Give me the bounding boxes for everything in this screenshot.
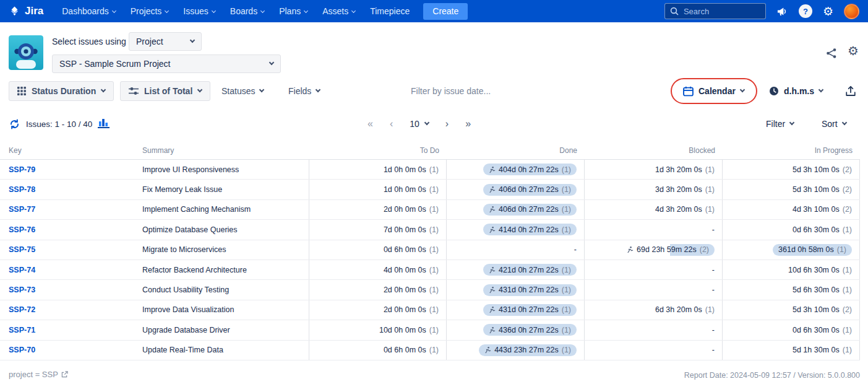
issue-count: (1)	[705, 205, 715, 214]
jira-home-link[interactable]: Jira	[9, 5, 43, 17]
todo-cell: 2d 0h 0m 0s(1)	[309, 200, 447, 219]
issue-date-filter-input[interactable]: Filter by issue date...	[411, 81, 491, 101]
calendar-dropdown[interactable]: Calendar	[683, 81, 744, 101]
chevron-down-icon	[269, 60, 274, 65]
last-page-button[interactable]: »	[465, 119, 471, 129]
summary-cell: Optimize Database Queries	[135, 220, 309, 239]
issue-source-mode-select[interactable]: Project	[129, 32, 202, 51]
page-size-value: 10	[410, 119, 419, 129]
settings-icon[interactable]: ⚙	[823, 6, 833, 17]
project-app-avatar[interactable]	[9, 35, 43, 70]
issue-count: (1)	[705, 305, 715, 314]
nav-item-projects[interactable]: Projects	[131, 6, 169, 16]
issue-key-link[interactable]: SSP-71	[9, 326, 35, 334]
duration-value: 4d 0h 0m 0s(1)	[384, 266, 439, 274]
table-row: SSP-77 Implement Caching Mechanism 2d 0h…	[0, 200, 860, 220]
summary-cell: Implement Caching Mechanism	[135, 200, 309, 219]
jql-filter-link[interactable]: project = SSP	[9, 370, 68, 379]
next-page-button[interactable]: ›	[445, 119, 449, 129]
table-row: SSP-71 Upgrade Database Driver 10d 0h 0m…	[0, 320, 860, 340]
chevron-down-icon	[304, 8, 308, 12]
column-header-summary[interactable]: Summary	[135, 141, 309, 159]
duration-text: 5d 3h 10m 0s	[793, 305, 840, 314]
duration-text: 406d 0h 27m 22s	[499, 185, 559, 194]
duration-text: 2d 0h 0m 0s	[384, 305, 426, 314]
prev-page-button[interactable]: ‹	[390, 119, 393, 129]
nav-item-timepiece[interactable]: Timepiece	[370, 6, 410, 16]
filter-dropdown[interactable]: Filter	[766, 115, 794, 133]
key-cell: SSP-76	[0, 220, 135, 239]
fields-dropdown[interactable]: Fields	[288, 81, 320, 101]
issue-key-link[interactable]: SSP-73	[9, 286, 35, 294]
nav-item-plans[interactable]: Plans	[279, 6, 307, 16]
duration-badge: 361d 0h 58m 0s(1)	[773, 244, 852, 256]
project-select[interactable]: SSP - Sample Scrum Project	[52, 55, 281, 73]
column-header-blocked[interactable]: Blocked	[585, 141, 723, 159]
nav-item-issues[interactable]: Issues	[183, 6, 215, 16]
duration-value: 3d 3h 20m 0s(1)	[655, 185, 715, 194]
chart-view-toggle-icon[interactable]	[98, 117, 111, 131]
nav-item-label: Plans	[279, 6, 301, 16]
issue-count: (1)	[429, 165, 439, 174]
first-page-button[interactable]: «	[367, 119, 373, 129]
nav-item-boards[interactable]: Boards	[230, 6, 264, 16]
column-header-done[interactable]: Done	[447, 141, 585, 159]
empty-duration: -	[712, 286, 715, 294]
nav-item-assets[interactable]: Assets	[322, 6, 355, 16]
export-icon[interactable]	[845, 85, 856, 99]
issue-key-link[interactable]: SSP-78	[9, 185, 35, 194]
page-size-select[interactable]: 10	[410, 119, 429, 129]
issue-key-link[interactable]: SSP-74	[9, 266, 35, 274]
runner-icon	[489, 186, 496, 193]
share-icon[interactable]	[825, 47, 838, 62]
duration-badge: 414d 0h 27m 22s(1)	[483, 224, 577, 235]
nav-item-dashboards[interactable]: Dashboards	[62, 6, 116, 16]
issue-key-link[interactable]: SSP-72	[9, 305, 35, 314]
aggregation-label: List of Total	[144, 86, 192, 96]
issue-count: (1)	[705, 165, 715, 174]
column-header-todo[interactable]: To Do	[309, 141, 447, 159]
done-cell: 406d 0h 27m 22s(1)	[447, 180, 585, 199]
todo-cell: 1d 0h 0m 0s(1)	[309, 160, 447, 179]
duration-text: 431d 0h 27m 22s	[499, 286, 559, 294]
report-type-dropdown[interactable]: Status Duration	[9, 81, 114, 101]
duration-badge: 431d 0h 27m 22s(1)	[483, 304, 577, 316]
inprogress-cell: 5d 3h 10m 0s(2)	[723, 160, 860, 179]
report-date-version-text: Report Date: 2024-05-09 12:57 / Version:…	[684, 371, 860, 380]
time-format-dropdown[interactable]: d.h.m.s	[769, 81, 823, 101]
duration-text: 421d 0h 27m 22s	[499, 266, 559, 274]
search-input[interactable]	[682, 6, 760, 17]
issue-key-link[interactable]: SSP-79	[9, 165, 35, 174]
announcements-icon[interactable]	[776, 6, 788, 17]
report-settings-gear-icon[interactable]: ⚙	[848, 45, 859, 57]
column-header-inprogress[interactable]: In Progress	[723, 141, 860, 159]
issue-summary: Refactor Backend Architecture	[142, 266, 247, 274]
help-icon[interactable]: ?	[799, 4, 812, 18]
issue-count: (1)	[429, 346, 439, 354]
issue-key-link[interactable]: SSP-70	[9, 346, 35, 354]
issue-count: (1)	[429, 286, 439, 294]
issue-key-link[interactable]: SSP-77	[9, 205, 35, 214]
duration-value: 1d 0h 0m 0s(1)	[384, 165, 439, 174]
duration-text: 5d 3h 10m 0s	[793, 165, 840, 174]
navbar-search[interactable]	[664, 3, 766, 19]
duration-text: 4d 3h 20m 0s	[655, 205, 702, 214]
user-avatar[interactable]	[844, 4, 859, 19]
create-button[interactable]: Create	[423, 3, 468, 20]
issue-key-link[interactable]: SSP-75	[9, 245, 35, 254]
statuses-dropdown[interactable]: Statuses	[221, 81, 264, 101]
done-cell: 431d 0h 27m 22s(1)	[447, 280, 585, 299]
nav-item-label: Issues	[183, 6, 208, 16]
issue-count: (1)	[562, 266, 571, 274]
aggregation-dropdown[interactable]: List of Total	[120, 81, 210, 101]
nav-item-label: Timepiece	[370, 6, 410, 16]
empty-duration: -	[712, 266, 715, 274]
refresh-icon[interactable]	[9, 118, 20, 133]
sort-dropdown[interactable]: Sort	[822, 115, 846, 133]
grid-icon	[17, 87, 26, 95]
issue-key-link[interactable]: SSP-76	[9, 225, 35, 234]
column-header-key[interactable]: Key	[0, 141, 135, 159]
nav-item-label: Projects	[131, 6, 162, 16]
duration-text: 431d 0h 27m 22s	[499, 305, 559, 314]
todo-cell: 0d 6h 0m 0s(1)	[309, 240, 447, 260]
